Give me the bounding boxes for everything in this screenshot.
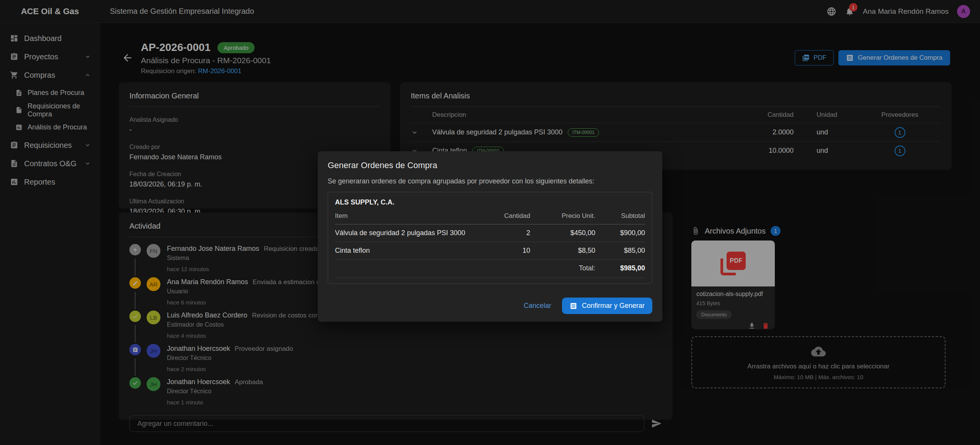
modal-footer: Cancelar Confirmar y Generar xyxy=(328,298,652,314)
table-row: Cinta teflon 10 $8,50 $85,00 xyxy=(335,242,645,260)
modal-description: Se generaran ordenes de compra agrupadas… xyxy=(328,177,652,185)
total-row: Total: $985,00 xyxy=(335,260,645,278)
receipt-icon xyxy=(570,302,577,310)
confirm-generate-button[interactable]: Confirmar y Generar xyxy=(562,298,652,314)
table-row: Válvula de seguridad 2 pulgadas PSI 3000… xyxy=(335,224,645,242)
col-cantidad: Cantidad xyxy=(477,212,530,220)
provider-box: ALS SUPPLY, C.A. Item Cantidad Precio Un… xyxy=(328,192,652,284)
col-subtotal: Subtotal xyxy=(595,212,645,220)
order-price: $8,50 xyxy=(530,247,595,255)
order-qty: 2 xyxy=(477,229,530,237)
col-item: Item xyxy=(335,212,477,220)
total-value: $985,00 xyxy=(595,264,645,272)
total-label: Total: xyxy=(530,264,595,272)
order-subtotal: $900,00 xyxy=(595,229,645,237)
generate-orders-modal: Generar Ordenes de Compra Se generaran o… xyxy=(318,151,662,322)
modal-table-header: Item Cantidad Precio Unit. Subtotal xyxy=(335,212,645,224)
order-qty: 10 xyxy=(477,247,530,255)
col-precio-unit: Precio Unit. xyxy=(530,212,595,220)
order-item: Cinta teflon xyxy=(335,247,477,255)
order-subtotal: $85,00 xyxy=(595,247,645,255)
cancel-button[interactable]: Cancelar xyxy=(524,302,551,310)
order-price: $450,00 xyxy=(530,229,595,237)
modal-title: Generar Ordenes de Compra xyxy=(328,160,652,170)
order-item: Válvula de seguridad 2 pulgadas PSI 3000 xyxy=(335,229,477,237)
confirm-generate-label: Confirmar y Generar xyxy=(582,302,645,310)
provider-name: ALS SUPPLY, C.A. xyxy=(335,198,645,206)
app-window: ACE Oil & Gas Sistema de Gestión Empresa… xyxy=(0,0,980,445)
